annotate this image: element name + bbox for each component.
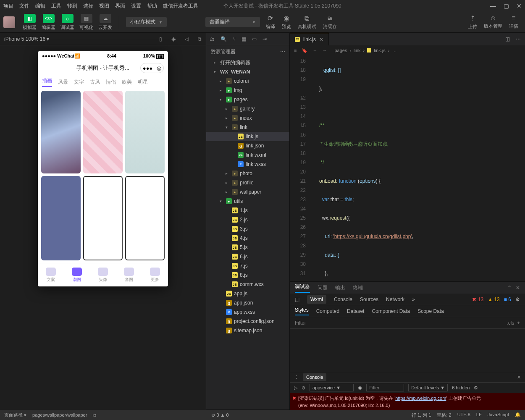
editor-tab-linkjs[interactable]: JSlink.js✕ bbox=[290, 33, 329, 45]
debugger-button[interactable]: ⌕调试器 bbox=[60, 14, 74, 31]
console-tab[interactable]: Console bbox=[303, 373, 326, 381]
split-icon[interactable]: ◫ bbox=[505, 36, 510, 42]
language-info[interactable]: JavaScript bbox=[488, 412, 509, 418]
minimize-button[interactable]: — bbox=[490, 3, 496, 9]
styles-tab[interactable]: Styles bbox=[295, 307, 309, 315]
tabbar-more[interactable]: 更多 bbox=[150, 268, 160, 283]
console-link[interactable]: https://mp.weixin.qq.com bbox=[395, 396, 446, 401]
maximize-button[interactable]: ▢ bbox=[504, 3, 509, 9]
console-expand-icon[interactable]: ⋮ bbox=[294, 375, 299, 380]
inspect-icon[interactable]: ⬚ bbox=[295, 297, 299, 302]
tree-folder[interactable]: ▾▸utils bbox=[206, 197, 289, 206]
page-path[interactable]: pages/wallpaper/wallpaper bbox=[32, 412, 87, 417]
compdata-tab[interactable]: Component Data bbox=[372, 308, 410, 314]
user-avatar[interactable] bbox=[3, 16, 15, 28]
console-clear-icon[interactable]: ⊘ bbox=[302, 385, 305, 391]
console-toggle-icon[interactable]: ▷ bbox=[294, 385, 297, 391]
menu-tools[interactable]: 工具 bbox=[51, 3, 61, 10]
devtab-wxml[interactable]: Wxml bbox=[307, 295, 326, 304]
encoding-info[interactable]: UTF-8 bbox=[457, 412, 470, 418]
console-close-icon[interactable]: ✕ bbox=[517, 375, 521, 380]
tree-folder[interactable]: ▸▸profile bbox=[206, 178, 289, 187]
devtab-network[interactable]: Network bbox=[386, 297, 404, 302]
panel-tab-debugger[interactable]: 调试器 bbox=[295, 283, 310, 293]
version-button[interactable]: ⎋版本管理 bbox=[484, 14, 502, 30]
search-icon[interactable]: 🔍 bbox=[220, 36, 227, 42]
branch-icon[interactable]: ⑂ bbox=[233, 36, 236, 42]
page-path-label[interactable]: 页面路径 ▾ bbox=[4, 412, 26, 418]
wechat-capsule[interactable]: ●●●◎ bbox=[140, 63, 164, 73]
code-editor[interactable]: 1618⌄1912⌄131415⌄161718192021⌄222324⌄252… bbox=[290, 55, 525, 281]
more-icon[interactable]: ⇥ bbox=[262, 36, 267, 42]
eol-info[interactable]: LF bbox=[476, 412, 482, 418]
menu-settings[interactable]: 设置 bbox=[131, 3, 141, 10]
tree-folder[interactable]: ▸▸wallpaper bbox=[206, 187, 289, 197]
tree-file[interactable]: JS4.js bbox=[206, 234, 289, 243]
add-rule-button[interactable]: + bbox=[517, 320, 520, 326]
tree-folder[interactable]: ▸▸photo bbox=[206, 169, 289, 178]
style-filter-input[interactable]: Filter bbox=[295, 320, 306, 326]
tree-file[interactable]: JS1.js bbox=[206, 206, 289, 215]
tree-file[interactable]: {}project.config.json bbox=[206, 317, 289, 326]
mode-dropdown[interactable]: 小程序模式▼ bbox=[126, 17, 167, 27]
upload-button[interactable]: ⇡上传 bbox=[468, 14, 477, 30]
tabbar-text[interactable]: 文案 bbox=[46, 268, 56, 283]
tree-folder[interactable]: ▸▸index bbox=[206, 113, 289, 123]
tab-star[interactable]: 明星 bbox=[138, 79, 148, 86]
bookmark-icon[interactable]: 🔖 bbox=[302, 48, 307, 53]
tabbar-avatar[interactable]: 头像 bbox=[98, 268, 108, 283]
console-eye-icon[interactable]: ◉ bbox=[358, 385, 362, 391]
wallpaper-thumb[interactable] bbox=[41, 91, 81, 173]
menu-select[interactable]: 选择 bbox=[83, 3, 93, 10]
tab-scenery[interactable]: 风景 bbox=[58, 79, 68, 86]
close-button[interactable]: ✕ bbox=[517, 3, 522, 9]
device-selector[interactable]: iPhone 5 100% 16 bbox=[4, 36, 45, 42]
panel-tab-terminal[interactable]: 终端 bbox=[353, 284, 363, 291]
tabbar-set[interactable]: 套图 bbox=[124, 268, 134, 283]
menu-goto[interactable]: 转到 bbox=[67, 3, 77, 10]
tree-file[interactable]: JS5.js bbox=[206, 243, 289, 252]
tree-folder[interactable]: ▾▸pages bbox=[206, 95, 289, 104]
menu-wxdevtools[interactable]: 微信开发者工具 bbox=[163, 3, 198, 10]
info-badge[interactable]: ■ 6 bbox=[504, 297, 511, 302]
tree-file[interactable]: #app.wxss bbox=[206, 307, 289, 317]
devtools-settings-icon[interactable]: ⚙ bbox=[515, 297, 520, 302]
close-tab-icon[interactable]: ✕ bbox=[319, 37, 323, 42]
detail-button[interactable]: ≡详情 bbox=[509, 14, 518, 30]
sim-back-icon[interactable]: ◁ bbox=[185, 36, 189, 42]
wallpaper-thumb[interactable] bbox=[125, 91, 165, 173]
console-scope[interactable]: appservice ▼ bbox=[310, 384, 354, 391]
list-icon[interactable]: ≡ bbox=[294, 48, 297, 53]
tree-file[interactable]: JS7.js bbox=[206, 261, 289, 270]
tree-file[interactable]: {}sitemap.json bbox=[206, 326, 289, 335]
tabbar-image[interactable]: 潮图 bbox=[72, 268, 82, 283]
console-level-dropdown[interactable]: Default levels ▼ bbox=[408, 384, 448, 391]
sim-record-icon[interactable]: ◉ bbox=[171, 36, 176, 42]
devtab-more-icon[interactable]: » bbox=[412, 297, 415, 302]
menu-project[interactable]: 项目 bbox=[3, 3, 13, 10]
tree-file[interactable]: JS3.js bbox=[206, 224, 289, 234]
devtab-sources[interactable]: Sources bbox=[360, 297, 378, 302]
scopedata-tab[interactable]: Scope Data bbox=[417, 308, 444, 314]
menu-file[interactable]: 文件 bbox=[19, 3, 29, 10]
tree-file[interactable]: <>link.wxml bbox=[206, 150, 289, 160]
realdevice-button[interactable]: ⧉真机调试 bbox=[298, 15, 316, 30]
panel-icon[interactable]: ▭ bbox=[252, 36, 257, 42]
editor-button[interactable]: </>编辑器 bbox=[42, 14, 55, 31]
tree-file[interactable]: #link.wxss bbox=[206, 160, 289, 169]
clear-cache-button[interactable]: ≋清缓存 bbox=[323, 14, 337, 30]
tree-file[interactable]: JSapp.js bbox=[206, 289, 289, 298]
cls-toggle[interactable]: .cls bbox=[507, 320, 514, 326]
compile-button[interactable]: ⟳编译 bbox=[266, 14, 275, 30]
menu-help[interactable]: 帮助 bbox=[147, 3, 157, 10]
tree-root[interactable]: ▾WX_WENAN bbox=[206, 67, 289, 76]
simulator-button[interactable]: ◧模拟器 bbox=[23, 14, 37, 31]
tree-folder[interactable]: ▸▸gallery bbox=[206, 104, 289, 113]
tree-file[interactable]: JS8.js bbox=[206, 270, 289, 280]
tree-file[interactable]: JS2.js bbox=[206, 215, 289, 224]
visual-button[interactable]: ▦可视化 bbox=[79, 14, 93, 31]
wallpaper-thumb[interactable] bbox=[83, 176, 123, 260]
build-dropdown[interactable]: 普通编译▼ bbox=[205, 17, 260, 27]
tree-file-linkjs[interactable]: JSlink.js bbox=[206, 132, 289, 141]
panel-tab-output[interactable]: 输出 bbox=[335, 284, 345, 291]
